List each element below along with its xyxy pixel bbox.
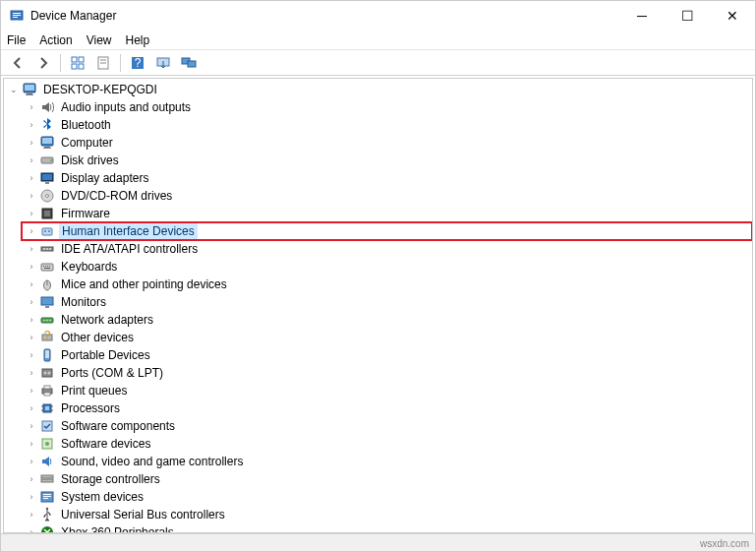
- category-network[interactable]: ›Network adapters: [22, 311, 752, 329]
- category-bluetooth[interactable]: ›Bluetooth: [22, 116, 752, 134]
- category-ports[interactable]: ›Ports (COM & LPT): [22, 364, 752, 382]
- forward-button[interactable]: [31, 52, 55, 74]
- expand-icon[interactable]: ›: [26, 456, 37, 467]
- category-label: Software components: [59, 419, 177, 433]
- category-display[interactable]: ›Display adapters: [22, 169, 752, 187]
- menu-help[interactable]: Help: [126, 33, 150, 47]
- category-disk[interactable]: ›Disk drives: [22, 152, 752, 169]
- category-label: Display adapters: [59, 171, 150, 185]
- category-monitor[interactable]: ›Monitors: [22, 293, 752, 311]
- window-title: Device Manager: [30, 9, 619, 23]
- category-system[interactable]: ›System devices: [22, 488, 752, 506]
- category-ide[interactable]: ›IDE ATA/ATAPI controllers: [22, 240, 752, 258]
- category-label: Computer: [59, 136, 115, 150]
- menu-file[interactable]: File: [7, 33, 26, 47]
- category-computer[interactable]: ›Computer: [22, 134, 752, 152]
- category-swcomp[interactable]: ›Software components: [22, 417, 752, 435]
- category-keyboard[interactable]: ›Keyboards: [22, 258, 752, 276]
- category-dvd[interactable]: ›DVD/CD-ROM drives: [22, 187, 752, 205]
- category-usb[interactable]: ›Universal Serial Bus controllers: [22, 506, 752, 523]
- usb-icon: [39, 507, 55, 522]
- category-other[interactable]: ›Other devices: [22, 329, 752, 346]
- category-label: Xbox 360 Peripherals: [59, 525, 176, 533]
- sound-icon: [39, 454, 55, 469]
- category-label: Disk drives: [59, 153, 121, 167]
- category-label: Network adapters: [59, 313, 155, 327]
- category-label: Ports (COM & LPT): [59, 366, 165, 380]
- menubar: File Action View Help: [1, 31, 755, 50]
- category-swdev[interactable]: ›Software devices: [22, 435, 752, 453]
- category-audio[interactable]: ›Audio inputs and outputs: [22, 98, 752, 116]
- category-cpu[interactable]: ›Processors: [22, 399, 752, 417]
- category-label: Human Interface Devices: [59, 223, 198, 239]
- device-tree[interactable]: ⌄ DESKTOP-KEPQGDI ›Audio inputs and outp…: [3, 78, 753, 533]
- watermark: wsxdn.com: [700, 538, 749, 549]
- expand-icon[interactable]: ›: [26, 261, 37, 273]
- category-label: System devices: [59, 490, 145, 504]
- expand-icon[interactable]: ›: [26, 526, 37, 533]
- expand-icon[interactable]: ›: [26, 190, 37, 202]
- category-label: Universal Serial Bus controllers: [59, 508, 227, 521]
- category-label: Audio inputs and outputs: [59, 100, 193, 114]
- ide-icon: [39, 241, 55, 257]
- category-xbox[interactable]: ›Xbox 360 Peripherals: [22, 523, 752, 533]
- category-label: Firmware: [59, 207, 112, 220]
- category-label: Bluetooth: [59, 118, 113, 132]
- collapse-icon[interactable]: ⌄: [8, 84, 20, 95]
- expand-icon[interactable]: ›: [26, 243, 37, 255]
- category-sound[interactable]: ›Sound, video and game controllers: [22, 453, 752, 470]
- category-label: Processors: [59, 401, 122, 415]
- category-label: Keyboards: [59, 260, 119, 274]
- category-firmware[interactable]: ›Firmware: [22, 205, 752, 222]
- help-button[interactable]: [126, 52, 149, 74]
- expand-icon[interactable]: ›: [26, 332, 37, 343]
- swcomp-icon: [39, 418, 55, 434]
- expand-icon[interactable]: ›: [26, 491, 37, 503]
- scan-hardware-button[interactable]: [151, 52, 175, 74]
- keyboard-icon: [39, 259, 55, 275]
- minimize-button[interactable]: ─: [619, 1, 665, 31]
- expand-icon[interactable]: ›: [26, 473, 37, 485]
- category-portable[interactable]: ›Portable Devices: [22, 346, 752, 364]
- tree-root[interactable]: ⌄ DESKTOP-KEPQGDI: [4, 81, 752, 98]
- disk-icon: [39, 153, 55, 168]
- maximize-button[interactable]: ☐: [665, 1, 710, 31]
- mouse-icon: [39, 276, 55, 292]
- close-button[interactable]: ✕: [710, 1, 755, 31]
- show-hide-console-tree-button[interactable]: [66, 52, 89, 74]
- app-icon: [9, 8, 25, 24]
- expand-icon[interactable]: ›: [26, 154, 37, 166]
- category-mouse[interactable]: ›Mice and other pointing devices: [22, 276, 752, 293]
- category-print[interactable]: ›Print queues: [22, 382, 752, 399]
- menu-action[interactable]: Action: [39, 33, 72, 47]
- expand-icon[interactable]: ›: [26, 509, 37, 521]
- system-icon: [39, 489, 55, 505]
- expand-icon[interactable]: ›: [26, 172, 37, 184]
- computer-icon: [22, 82, 37, 97]
- expand-icon[interactable]: ›: [26, 367, 37, 379]
- expand-icon[interactable]: ›: [26, 225, 37, 237]
- category-storage[interactable]: ›Storage controllers: [22, 470, 752, 488]
- expand-icon[interactable]: ›: [26, 385, 37, 397]
- expand-icon[interactable]: ›: [26, 137, 37, 149]
- print-icon: [39, 383, 55, 399]
- expand-icon[interactable]: ›: [26, 402, 37, 414]
- titlebar: Device Manager ─ ☐ ✕: [1, 1, 755, 31]
- swdev-icon: [39, 436, 55, 452]
- expand-icon[interactable]: ›: [26, 438, 37, 450]
- menu-view[interactable]: View: [87, 33, 112, 47]
- expand-icon[interactable]: ›: [26, 296, 37, 308]
- show-hidden-devices-button[interactable]: [177, 52, 201, 74]
- back-button[interactable]: [6, 52, 29, 74]
- expand-icon[interactable]: ›: [26, 420, 37, 432]
- expand-icon[interactable]: ›: [26, 119, 37, 131]
- expand-icon[interactable]: ›: [26, 278, 37, 290]
- category-hid[interactable]: ›Human Interface Devices: [22, 222, 752, 240]
- expand-icon[interactable]: ›: [26, 314, 37, 326]
- properties-button[interactable]: [91, 52, 115, 74]
- expand-icon[interactable]: ›: [26, 101, 37, 113]
- expand-icon[interactable]: ›: [26, 349, 37, 361]
- cpu-icon: [39, 400, 55, 416]
- ports-icon: [39, 365, 55, 381]
- expand-icon[interactable]: ›: [26, 208, 37, 219]
